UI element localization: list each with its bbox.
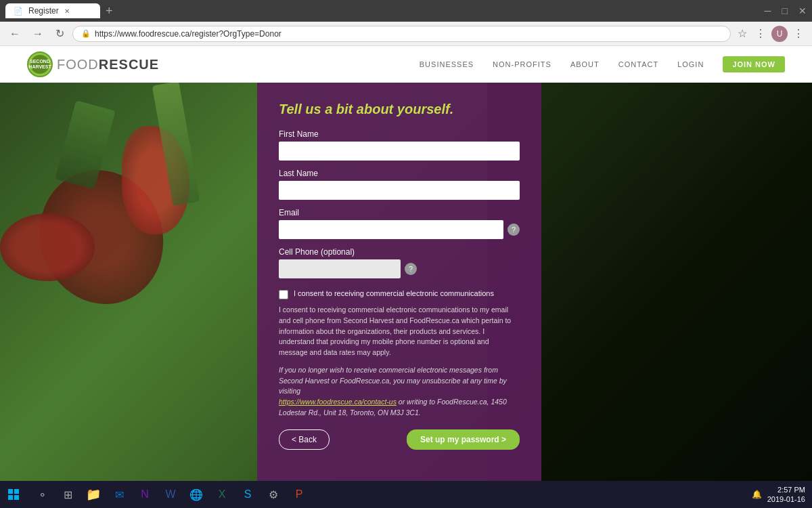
nav-contact[interactable]: CONTACT [618,60,658,68]
maximize-button[interactable]: □ [782,5,788,16]
browser-tab[interactable]: 📄 Register ✕ [5,3,100,18]
logo-food: FOOD [57,57,99,72]
consent-area: I consent to receiving commercial electr… [279,289,520,419]
logo-rescue: RESCUE [99,57,159,72]
tab-title: Register [28,6,59,16]
extensions-icon[interactable]: ⋮ [752,26,769,42]
logo-text[interactable]: FOODRESCUE [57,57,159,72]
taskbar-settings-icon[interactable]: ⚙ [261,482,286,507]
phone-input-wrapper: ? [279,259,520,278]
new-tab-button[interactable]: + [106,4,113,18]
taskbar-task-view-icon[interactable]: ⊞ [55,482,80,507]
user-avatar[interactable]: U [771,26,788,42]
phone-field-group: Cell Phone (optional) ? [279,247,520,278]
browser-chrome: 📄 Register ✕ + ─ □ ✕ [0,0,812,22]
taskbar-word-icon[interactable]: W [158,482,183,507]
taskbar-notification-icon[interactable]: 🔔 [752,490,762,499]
taskbar-excel-icon[interactable]: X [210,482,234,507]
email-input[interactable] [279,220,503,239]
nav-join-now[interactable]: JOIN NOW [723,56,785,72]
toolbar-icons: ☆ ⋮ U ⋮ [735,26,807,42]
taskbar-system-tray: 🔔 2:57 PM 2019-01-16 [745,485,812,505]
email-help-icon[interactable]: ? [508,224,520,236]
logo-icon: SECONDHARVEST [27,51,53,77]
taskbar-onenote-icon[interactable]: N [133,482,157,507]
phone-help-icon[interactable]: ? [405,263,417,275]
taskbar-date-display: 2019-01-16 [767,494,805,504]
logo-inner-circle: SECONDHARVEST [30,55,49,74]
last-name-label: Last Name [279,169,520,178]
windows-taskbar: ⚬ ⊞ 📁 ✉ N W 🌐 X S ⚙ P � [0,481,812,508]
email-input-wrapper: ? [279,220,520,239]
close-button[interactable]: ✕ [798,5,807,16]
consent-body: I consent to receiving commercial electr… [279,305,520,358]
refresh-button[interactable]: ↻ [51,26,68,41]
taskbar-powerpoint-icon[interactable]: P [287,482,311,507]
main-content: Tell us a bit about yourself. First Name… [0,83,812,508]
form-title: Tell us a bit about yourself. [279,102,520,117]
taskbar-search-icon[interactable]: ⚬ [30,482,54,507]
url-display: https://www.foodrescue.ca/register?OrgTy… [95,29,281,39]
nav-nonprofits[interactable]: NON-PROFITS [493,60,551,68]
email-field-group: Email ? [279,208,520,239]
consent-title: I consent to receiving commercial electr… [294,289,494,297]
consent-italic-prefix: If you no longer wish to receive commerc… [279,366,507,396]
nav-about[interactable]: ABOUT [570,60,600,68]
browser-toolbar: ← → ↻ 🔒 https://www.foodrescue.ca/regist… [0,22,812,46]
consent-checkbox[interactable] [279,290,288,299]
consent-checkbox-row: I consent to receiving commercial electr… [279,289,520,299]
start-button[interactable] [0,481,27,508]
first-name-label: First Name [279,129,520,139]
site-header: SECONDHARVEST FOODRESCUE BUSINESSES NON-… [0,46,812,83]
taskbar-skype-icon[interactable]: S [235,482,260,507]
minimize-button[interactable]: ─ [765,5,771,16]
nav-login[interactable]: LOGIN [677,60,704,68]
logo-area: SECONDHARVEST FOODRESCUE [27,51,159,77]
set-password-button[interactable]: Set up my password > [407,429,520,450]
bookmark-star-icon[interactable]: ☆ [735,26,750,42]
consent-italic-text: If you no longer wish to receive commerc… [279,365,520,419]
phone-label: Cell Phone (optional) [279,247,520,257]
first-name-field-group: First Name [279,129,520,161]
page-wrapper: Tell us a bit about yourself. First Name… [0,83,812,508]
taskbar-chrome-icon[interactable]: 🌐 [184,482,208,507]
taskbar-clock: 2:57 PM 2019-01-16 [767,485,805,505]
lock-icon: 🔒 [81,29,91,38]
email-label: Email [279,208,520,217]
taskbar-outlook-icon[interactable]: ✉ [107,482,131,507]
first-name-input[interactable] [279,142,520,161]
registration-form-panel: Tell us a bit about yourself. First Name… [257,83,541,508]
menu-icon[interactable]: ⋮ [790,26,807,42]
nav-businesses[interactable]: BUSINESSES [420,60,474,68]
back-nav-button[interactable]: ← [5,26,24,41]
site-nav: BUSINESSES NON-PROFITS ABOUT CONTACT LOG… [420,56,785,72]
form-actions: < Back Set up my password > [279,429,520,450]
forward-nav-button[interactable]: → [28,26,47,41]
taskbar-time-display: 2:57 PM [767,485,805,494]
address-bar[interactable]: 🔒 https://www.foodrescue.ca/register?Org… [72,26,731,42]
tab-close-button[interactable]: ✕ [64,7,70,15]
last-name-input[interactable] [279,181,520,200]
windows-logo-icon [8,489,19,500]
last-name-field-group: Last Name [279,169,520,200]
taskbar-file-explorer-icon[interactable]: 📁 [81,482,106,507]
back-button[interactable]: < Back [279,429,330,450]
taskbar-pinned-icons: ⚬ ⊞ 📁 ✉ N W 🌐 X S ⚙ P [27,482,314,507]
phone-input[interactable] [279,259,401,278]
consent-link[interactable]: https://www.foodrescue.ca/contact-us [279,398,397,406]
